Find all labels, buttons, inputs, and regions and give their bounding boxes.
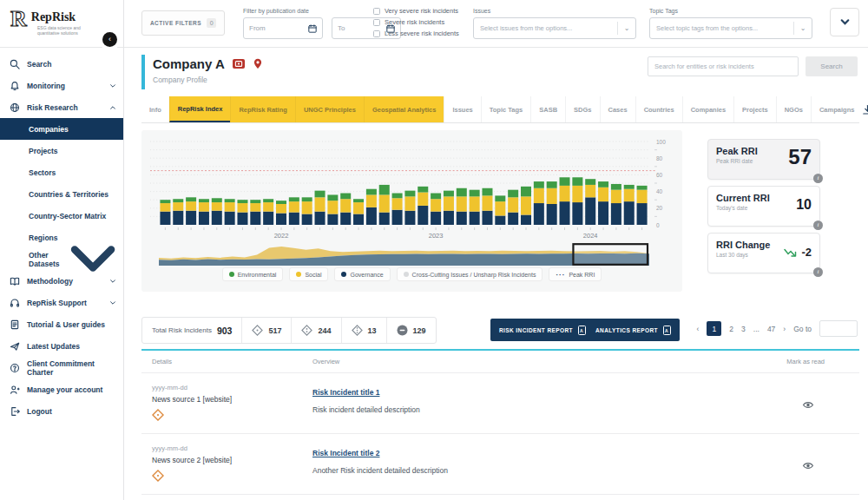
chevron-up-icon <box>109 104 116 111</box>
entity-search-input[interactable]: Search for entities or risk incidents <box>648 56 799 76</box>
tab-campaigns[interactable]: Campaigns <box>811 96 862 122</box>
tab-ngos[interactable]: NGOs <box>776 96 811 122</box>
col-mark-as-read: Mark as read <box>786 358 825 365</box>
peak-rri-card: Peak RRI Peak RRI date 57 i <box>707 139 820 180</box>
page-1[interactable]: 1 <box>707 321 721 336</box>
sidebar-item-companies[interactable]: Companies <box>0 118 123 140</box>
svg-text:A: A <box>580 327 583 332</box>
sidebar-item-tutorial-user-guides[interactable]: Tutorial & User guides <box>0 313 123 335</box>
book-icon <box>10 276 20 286</box>
goto-page-input[interactable] <box>819 320 858 337</box>
svg-text:80: 80 <box>656 155 663 161</box>
info-icon[interactable]: i <box>813 267 823 277</box>
tab-sasb[interactable]: SASB <box>530 96 565 122</box>
sidebar-item-manage-account[interactable]: Manage your account <box>0 378 123 400</box>
severity-1-count[interactable]: 517 <box>241 318 291 343</box>
expand-filters-button[interactable] <box>830 8 859 36</box>
table-row: yyyy-mm-dd News source 2 [website] Risk … <box>141 434 859 495</box>
tab-info[interactable]: Info <box>141 96 169 122</box>
svg-text:0: 0 <box>656 222 660 228</box>
rri-stacked-bar-chart[interactable]: 202220232024020406080100 <box>147 137 677 240</box>
mark-as-read-eye-icon[interactable] <box>802 398 814 413</box>
download-icon[interactable] <box>862 104 868 115</box>
location-pin-icon[interactable] <box>253 58 263 69</box>
legend-dot-environmental <box>229 272 234 277</box>
main-content: Company A Company Profile Search for ent… <box>124 48 868 500</box>
chevron-down-icon <box>109 278 116 285</box>
sidebar-item-sectors[interactable]: Sectors <box>0 161 123 183</box>
info-icon[interactable]: i <box>813 220 823 230</box>
reprisk-logo-mark-icon: R <box>10 8 27 30</box>
sidebar-item-reprisk-support[interactable]: RepRisk Support <box>0 292 123 313</box>
tab-cases[interactable]: Cases <box>600 96 635 122</box>
tab-projects[interactable]: Projects <box>733 96 776 122</box>
sidebar-item-country-sector-matrix[interactable]: Country-Sector Matrix <box>0 205 123 227</box>
tab-reprisk-index[interactable]: RepRisk Index <box>169 96 231 122</box>
legend-dot-cross-cutting <box>404 272 409 277</box>
tab-sdgs[interactable]: SDGs <box>565 96 599 122</box>
sidebar-item-monitoring[interactable]: Monitoring <box>0 75 123 96</box>
risk-incident-link[interactable]: Risk Incident title 1 <box>312 388 379 397</box>
severity-2-count[interactable]: 244 <box>291 318 340 343</box>
active-filters-button[interactable]: ACTIVE FILTERS 0 <box>141 10 225 36</box>
page-title: Company A <box>153 56 263 71</box>
page-47[interactable]: 47 <box>767 325 775 333</box>
checkbox-very-severe[interactable]: Very severe risk incidents <box>373 7 459 15</box>
sidebar-item-projects[interactable]: Projects <box>0 140 123 161</box>
svg-text:40: 40 <box>656 188 663 194</box>
checkbox-icon <box>373 8 380 15</box>
issues-select[interactable]: Select issues from the options... ⌄ <box>473 17 636 39</box>
sidebar-item-search[interactable]: Search <box>0 53 123 75</box>
tab-topic-tags[interactable]: Topic Tags <box>481 96 530 122</box>
sidebar-item-other-datasets[interactable]: Other Datasets <box>0 248 123 270</box>
sidebar-collapse-button[interactable]: ‹ <box>102 32 117 47</box>
checkbox-severe[interactable]: Severe risk incidents <box>373 18 459 26</box>
current-rri-card: Current RRI Today's date 10 i <box>707 186 820 227</box>
chevron-down-icon <box>109 82 116 89</box>
sidebar-item-logout[interactable]: Logout <box>0 400 123 422</box>
legend-peak-rri[interactable]: Peak RRI <box>549 267 602 281</box>
severity-3-count[interactable]: 13 <box>341 318 386 343</box>
prev-page-chevron-icon[interactable]: ‹ <box>696 325 699 333</box>
severity-1-diamond-icon <box>152 409 164 424</box>
analytics-report-button[interactable]: ANALYTICS REPORT A <box>587 319 680 341</box>
risk-incident-report-button[interactable]: RISK INCIDENT REPORT A <box>490 319 595 341</box>
unsharp-count[interactable]: 129 <box>386 318 436 343</box>
search-icon <box>10 59 20 69</box>
chart-range-navigator[interactable] <box>159 243 649 266</box>
date-from-input[interactable]: From <box>243 17 323 39</box>
tab-ungc-principles[interactable]: UNGC Principles <box>295 96 364 122</box>
info-icon[interactable]: i <box>813 174 823 183</box>
legend-social[interactable]: Social <box>289 267 328 281</box>
tab-issues[interactable]: Issues <box>444 96 480 122</box>
mark-as-read-eye-icon[interactable] <box>802 458 814 474</box>
legend-environmental[interactable]: Environmental <box>222 267 284 281</box>
page-2[interactable]: 2 <box>729 325 733 333</box>
media-icon[interactable] <box>233 59 245 69</box>
sidebar-item-countries-territories[interactable]: Countries & Territories <box>0 183 123 205</box>
tab-countries[interactable]: Countries <box>635 96 682 122</box>
sidebar-item-latest-updates[interactable]: Latest Updates <box>0 335 123 357</box>
question-circle-icon <box>10 363 20 373</box>
person-icon <box>10 385 20 395</box>
checkbox-less-severe[interactable]: Less severe risk incidents <box>373 30 459 37</box>
risk-incident-link[interactable]: Risk Incident title 2 <box>312 449 379 457</box>
topic-tags-select[interactable]: Select topic tags from the options... ⌄ <box>649 17 812 39</box>
file-icon: A <box>663 326 671 335</box>
checkbox-icon <box>373 19 380 26</box>
entity-search-button[interactable]: Search <box>806 56 858 76</box>
next-page-chevron-icon[interactable]: › <box>783 325 786 333</box>
rri-chart-panel: 202220232024020406080100 Environmental S… <box>141 130 682 292</box>
tab-companies[interactable]: Companies <box>682 96 733 122</box>
tab-reprisk-rating[interactable]: RepRisk Rating <box>230 96 294 122</box>
legend-governance[interactable]: Governance <box>334 267 390 281</box>
tab-geospatial-analytics[interactable]: Geospatial Analytics <box>364 96 444 122</box>
legend-cross-cutting[interactable]: Cross-Cutting Issues / Unsharp Risk Inci… <box>397 267 543 281</box>
page-3[interactable]: 3 <box>741 325 746 333</box>
sidebar-item-risk-research[interactable]: Risk Research <box>0 96 123 118</box>
severity-3-diamond-icon <box>352 325 363 336</box>
chevron-down-icon: ⌄ <box>794 24 812 32</box>
sidebar-item-client-commitment-charter[interactable]: Client Commitment Charter <box>0 357 123 378</box>
sidebar: R RepRisk ESG data science andquantitati… <box>0 0 124 500</box>
goto-label: Go to <box>793 325 812 333</box>
